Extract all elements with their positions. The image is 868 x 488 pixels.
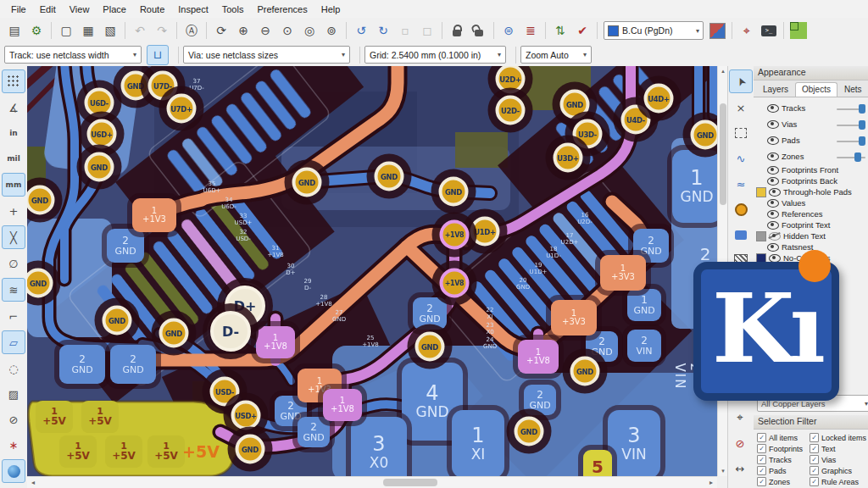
pad-2-gnd[interactable]: 2GND — [59, 345, 105, 384]
via-gnd[interactable]: GND — [159, 319, 189, 348]
via-u7d+[interactable]: U7D+ — [167, 94, 197, 124]
menu-item-preferences[interactable]: Preferences — [251, 3, 313, 16]
via-u6d-[interactable]: U6D- — [85, 88, 114, 118]
plugin-manager-button[interactable] — [788, 20, 809, 41]
via-+1v8[interactable]: +1V8 — [440, 220, 470, 250]
vertical-scroll-thumb[interactable] — [720, 103, 726, 205]
units-mm-toggle[interactable]: mm — [2, 173, 25, 197]
via-+1v8[interactable]: +1V8 — [440, 269, 470, 298]
save-button[interactable]: ▤ — [4, 20, 25, 41]
menu-item-view[interactable]: View — [64, 3, 96, 16]
visibility-eye-icon[interactable] — [767, 243, 779, 252]
via-u4d-[interactable]: U4D- — [621, 105, 651, 135]
find-button[interactable]: Ⓐ — [181, 20, 202, 41]
drc-button[interactable]: ✔ — [572, 20, 593, 41]
rotate-ccw-button[interactable]: ↺ — [351, 20, 371, 41]
pad-1-gnd[interactable]: 1GND — [627, 289, 661, 321]
measure-tool[interactable]: ↔ — [729, 458, 751, 480]
menu-item-edit[interactable]: Edit — [34, 3, 62, 16]
pad-1-+5v[interactable]: 1+5V — [36, 401, 73, 433]
via-u3d-[interactable]: U3D- — [573, 119, 603, 149]
via-gnd[interactable]: GND — [292, 168, 322, 197]
pad-2-gnd[interactable]: 2GND — [110, 345, 156, 384]
polar-coords-toggle[interactable]: ∡ — [3, 97, 25, 119]
pad-5-[interactable]: 5 — [583, 450, 612, 476]
board-setup-button[interactable]: ⚙ — [26, 20, 47, 41]
via-d-[interactable]: D- — [210, 311, 251, 352]
opacity-slider-handle[interactable] — [854, 152, 861, 162]
visibility-eye-icon[interactable] — [767, 152, 779, 161]
pcb-canvas[interactable]: GNDU7D-U6D-U7D+U6D+GNDGNDGNDGNDGNDGNDGND… — [27, 66, 717, 476]
horizontal-scrollbar[interactable]: ◂ ▸ — [27, 476, 717, 488]
visibility-eye-icon[interactable] — [767, 177, 779, 186]
opacity-slider-handle[interactable] — [859, 104, 865, 114]
opacity-slider[interactable] — [837, 108, 865, 110]
checkbox-icon[interactable]: ✓ — [810, 433, 819, 442]
visibility-eye-icon[interactable] — [767, 221, 779, 230]
pad-1-+5v[interactable]: 1+5V — [105, 435, 142, 468]
filter-text[interactable]: ✓Text — [810, 444, 868, 453]
pad-2-gnd[interactable]: 2GND — [524, 385, 556, 415]
pad-3-x0[interactable]: 3X0 — [351, 417, 407, 476]
via-gnd[interactable]: GND — [85, 152, 114, 182]
pad-outline-toggle[interactable]: ▱ — [2, 330, 25, 354]
visibility-eye-icon[interactable] — [767, 199, 779, 208]
filter-vias[interactable]: ✓Vias — [810, 455, 868, 464]
pad-3-vin[interactable]: 3VIN — [608, 410, 660, 476]
scripting-console-button[interactable]: >_ — [759, 20, 779, 41]
footprint-tool[interactable] — [730, 122, 752, 144]
pad-2-vin[interactable]: 2VIN — [627, 330, 661, 362]
pad-1-+5v[interactable]: 1+5V — [59, 435, 97, 468]
track-width-button[interactable]: ⊔ — [147, 45, 169, 65]
object-color-swatch[interactable] — [756, 187, 766, 197]
via-gnd[interactable]: GND — [375, 162, 404, 191]
via-gnd[interactable]: GND — [691, 120, 718, 150]
cursor-shape-toggle[interactable]: + — [3, 200, 25, 222]
grid-select[interactable]: Grid: 2.5400 mm (0.1000 in) ▾ — [364, 46, 506, 64]
via-outline-toggle[interactable]: ◌ — [3, 358, 25, 380]
visibility-eye-icon[interactable] — [767, 136, 779, 145]
rotate-cw-button[interactable]: ↻ — [373, 20, 393, 41]
visibility-eye-icon[interactable] — [767, 104, 779, 113]
checkbox-icon[interactable]: ✓ — [810, 466, 819, 475]
appearance-toggle[interactable] — [2, 459, 25, 483]
menu-item-route[interactable]: Route — [134, 3, 170, 16]
scroll-left-icon[interactable]: ◂ — [27, 477, 39, 488]
grid-toggle[interactable] — [2, 69, 25, 93]
menu-item-help[interactable]: Help — [315, 3, 347, 16]
via-gnd[interactable]: GND — [560, 90, 590, 119]
track-width-select[interactable]: Track: use netclass width ▾ — [4, 46, 142, 64]
filter-graphics[interactable]: ✓Graphics — [810, 466, 868, 475]
print-button[interactable]: ▦ — [78, 20, 98, 41]
select-tool[interactable]: ➤ — [729, 69, 753, 93]
plot-button[interactable]: ▧ — [100, 20, 120, 41]
via-gnd[interactable]: GND — [103, 306, 132, 336]
tab-objects[interactable]: Objects — [795, 82, 837, 97]
lock-button[interactable] — [447, 20, 467, 41]
filter-rule-areas[interactable]: ✓Rule Areas — [810, 477, 868, 486]
update-pcb-button[interactable]: ⇅ — [550, 20, 570, 41]
units-mils-toggle[interactable]: mil — [3, 147, 25, 169]
delete-tool[interactable]: ⊘ — [729, 432, 751, 454]
menu-item-tools[interactable]: Tools — [216, 3, 250, 16]
new-board-button[interactable]: ▢ — [56, 20, 76, 41]
filter-pads[interactable]: ✓Pads — [757, 466, 810, 475]
visibility-eye-icon[interactable] — [769, 232, 781, 241]
layer-pair-button[interactable] — [707, 20, 727, 41]
tab-nets[interactable]: Nets — [837, 82, 868, 97]
flip-view-button[interactable]: ⌖ — [737, 20, 757, 41]
pad-2-gnd[interactable]: 2GND — [298, 417, 330, 447]
zone-outline-toggle[interactable]: ▨ — [3, 383, 25, 405]
checkbox-icon[interactable]: ✓ — [757, 466, 766, 475]
checkbox-icon[interactable]: ✓ — [757, 477, 766, 486]
zoom-objects-button[interactable]: ◎ — [299, 20, 320, 41]
highlight-net-tool[interactable]: × — [730, 97, 752, 119]
via-size-select[interactable]: Via: use netclass sizes ▾ — [183, 46, 350, 64]
checkbox-icon[interactable]: ✓ — [810, 455, 819, 464]
via-gnd[interactable]: GND — [439, 177, 469, 207]
net-inspector-button[interactable]: ≣ — [520, 20, 541, 41]
visibility-eye-icon[interactable] — [767, 166, 779, 175]
filter-footprints[interactable]: ✓Footprints — [757, 444, 810, 453]
via-gnd[interactable]: GND — [515, 417, 544, 446]
via-gnd[interactable]: GND — [570, 357, 600, 386]
